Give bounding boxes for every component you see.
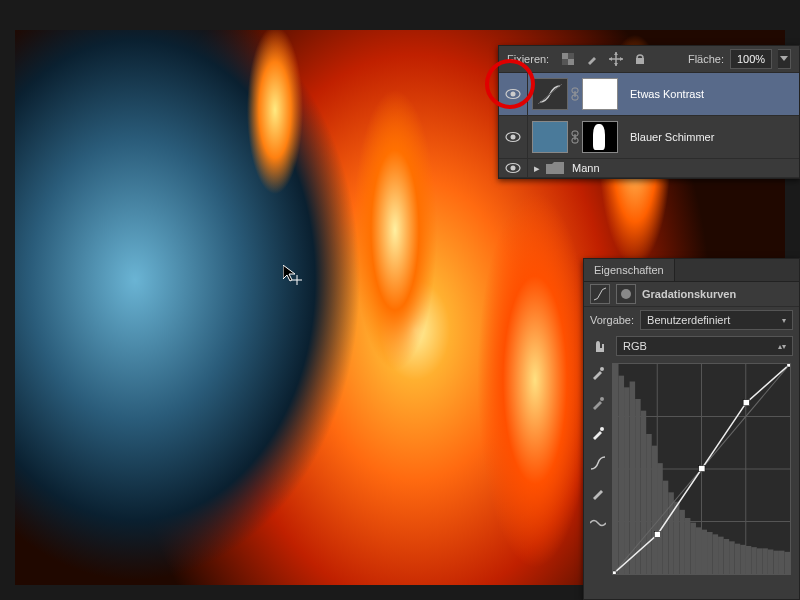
layer-name-label[interactable]: Mann [564, 162, 799, 174]
svg-rect-33 [619, 376, 625, 574]
svg-rect-36 [635, 399, 641, 574]
layer-row-etwas-kontrast[interactable]: Etwas Kontrast [499, 73, 799, 116]
layer-row-mann[interactable]: ▸ Mann [499, 159, 799, 178]
channel-value: RGB [623, 340, 647, 352]
curves-graph[interactable] [612, 363, 791, 575]
svg-rect-56 [746, 546, 752, 574]
svg-rect-62 [779, 551, 785, 574]
curves-editor [584, 359, 799, 579]
svg-rect-43 [674, 502, 680, 574]
preset-label: Vorgabe: [590, 314, 634, 326]
chevron-updown-icon: ▴▾ [778, 342, 786, 351]
svg-point-21 [511, 166, 516, 171]
svg-point-25 [600, 427, 604, 431]
eye-icon [505, 131, 521, 143]
svg-point-24 [600, 397, 604, 401]
svg-rect-60 [768, 550, 774, 575]
eyedropper-black-icon[interactable] [588, 363, 608, 383]
folder-icon [546, 162, 564, 174]
svg-rect-65 [613, 571, 616, 574]
svg-rect-47 [696, 527, 702, 574]
svg-rect-50 [713, 534, 719, 574]
lock-transparent-icon[interactable] [559, 50, 577, 68]
layer-name-label[interactable]: Etwas Kontrast [622, 88, 799, 100]
curve-point-tool-icon[interactable] [588, 453, 608, 473]
eyedropper-white-icon[interactable] [588, 423, 608, 443]
svg-rect-38 [646, 434, 652, 574]
svg-rect-67 [699, 466, 705, 472]
svg-rect-68 [743, 400, 749, 406]
channel-select[interactable]: RGB ▴▾ [616, 336, 793, 356]
svg-rect-49 [707, 532, 713, 574]
svg-rect-55 [740, 545, 746, 574]
layer-row-blauer-schimmer[interactable]: Blauer Schimmer [499, 116, 799, 159]
lock-all-icon[interactable] [631, 50, 649, 68]
preset-select[interactable]: Benutzerdefiniert ▾ [640, 310, 793, 330]
folder-collapse-icon[interactable]: ▸ [528, 162, 546, 175]
layer-name-label[interactable]: Blauer Schimmer [622, 131, 799, 143]
svg-rect-59 [762, 548, 768, 574]
curve-pencil-tool-icon[interactable] [588, 483, 608, 503]
fill-opacity-input[interactable] [730, 49, 772, 69]
link-icon[interactable] [570, 130, 580, 144]
layer-visibility-toggle[interactable] [499, 116, 528, 158]
adjustment-title: Gradationskurven [642, 288, 736, 300]
svg-rect-53 [729, 541, 735, 574]
lock-position-icon[interactable] [607, 50, 625, 68]
svg-rect-61 [773, 551, 779, 574]
properties-title-row: Gradationskurven [584, 282, 799, 307]
svg-point-9 [511, 92, 516, 97]
layer-visibility-toggle[interactable] [499, 73, 528, 115]
svg-rect-57 [751, 547, 757, 574]
curves-tool-column [584, 359, 612, 579]
layers-lock-row: Fixieren: Fläche: [499, 46, 799, 73]
curves-icon [590, 284, 610, 304]
svg-rect-66 [654, 531, 660, 537]
svg-point-23 [600, 367, 604, 371]
svg-rect-32 [613, 364, 619, 574]
solid-color-thumb[interactable] [532, 121, 568, 153]
svg-rect-44 [679, 510, 685, 574]
svg-rect-35 [630, 382, 636, 575]
fill-dropdown-icon[interactable] [778, 49, 791, 69]
layer-visibility-toggle[interactable] [499, 159, 528, 177]
svg-rect-39 [652, 446, 658, 574]
svg-rect-4 [568, 59, 574, 65]
svg-rect-63 [784, 552, 790, 574]
svg-rect-41 [663, 481, 669, 574]
properties-tab[interactable]: Eigenschaften [584, 259, 675, 281]
layer-mask-thumb[interactable] [582, 78, 618, 110]
svg-line-11 [538, 84, 562, 104]
svg-rect-34 [624, 387, 630, 574]
svg-rect-45 [685, 518, 691, 574]
svg-rect-58 [757, 548, 763, 574]
svg-rect-7 [636, 58, 644, 64]
channel-row: RGB ▴▾ [584, 333, 799, 359]
layer-mask-thumb[interactable] [582, 121, 618, 153]
properties-panel: Eigenschaften Gradationskurven Vorgabe: … [583, 258, 800, 600]
mask-icon[interactable] [616, 284, 636, 304]
svg-rect-54 [735, 544, 741, 574]
eye-icon [505, 162, 521, 174]
preset-value: Benutzerdefiniert [647, 314, 730, 326]
chevron-down-icon: ▾ [782, 316, 786, 325]
eyedropper-gray-icon[interactable] [588, 393, 608, 413]
fill-label: Fläche: [688, 53, 724, 65]
finger-scrub-icon[interactable] [590, 336, 610, 356]
svg-rect-46 [690, 523, 696, 574]
preset-row: Vorgabe: Benutzerdefiniert ▾ [584, 307, 799, 333]
svg-rect-52 [724, 539, 730, 574]
eye-icon [505, 88, 521, 100]
curves-adjustment-icon [532, 78, 568, 110]
svg-point-16 [511, 135, 516, 140]
lock-paint-icon[interactable] [583, 50, 601, 68]
svg-point-22 [621, 289, 631, 299]
svg-rect-69 [787, 364, 790, 367]
link-icon[interactable] [570, 87, 580, 101]
properties-tab-bar: Eigenschaften [584, 259, 799, 282]
curve-smooth-icon[interactable] [588, 513, 608, 533]
layers-panel: Fixieren: Fläche: Etwas Kontrast [498, 45, 800, 179]
svg-rect-3 [562, 53, 568, 59]
svg-rect-48 [702, 530, 708, 574]
svg-rect-51 [718, 537, 724, 574]
